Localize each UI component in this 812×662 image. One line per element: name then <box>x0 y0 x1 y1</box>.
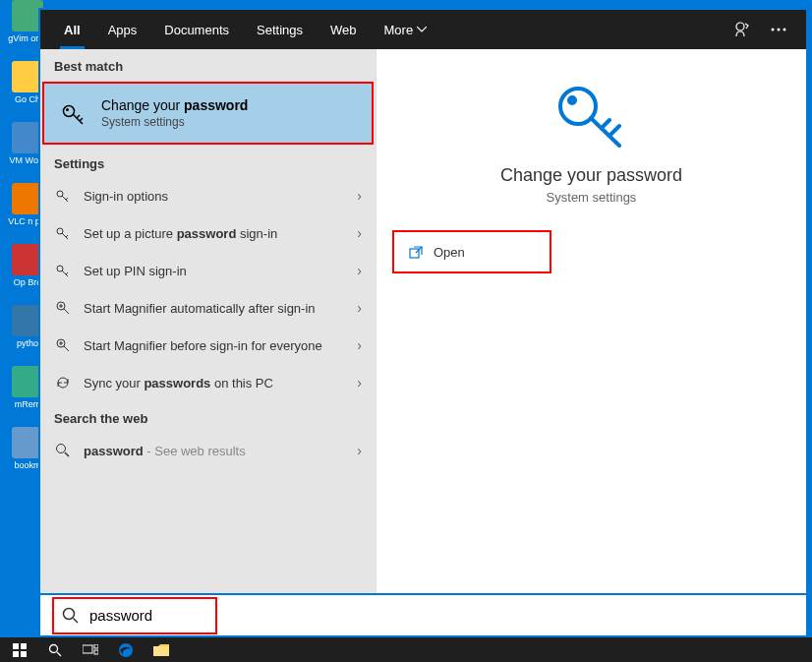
start-button[interactable] <box>2 637 37 662</box>
best-match-title: Change your password <box>101 97 248 113</box>
search-web-header: Search the web <box>40 401 376 432</box>
edge-browser-button[interactable] <box>108 637 144 662</box>
svg-rect-22 <box>94 644 98 648</box>
search-icon <box>54 442 72 459</box>
taskbar <box>0 637 812 662</box>
result-pin-signin[interactable]: Set up PIN sign-in › <box>40 252 376 289</box>
svg-point-15 <box>64 608 75 619</box>
svg-rect-19 <box>21 651 27 657</box>
svg-point-3 <box>783 29 786 31</box>
best-match-subtitle: System settings <box>101 115 248 129</box>
tab-apps[interactable]: Apps <box>94 10 151 49</box>
detail-panel: Change your password System settings Ope… <box>377 49 806 593</box>
search-input[interactable] <box>89 607 207 624</box>
chevron-right-icon: › <box>357 188 362 204</box>
settings-header: Settings <box>40 147 376 177</box>
detail-title: Change your password <box>500 165 682 186</box>
key-icon <box>545 77 639 148</box>
open-icon <box>408 244 424 260</box>
svg-rect-21 <box>83 645 92 653</box>
result-magnifier-auto[interactable]: Start Magnifier automatically after sign… <box>40 289 376 327</box>
chevron-right-icon: › <box>357 337 362 353</box>
svg-rect-16 <box>13 643 19 649</box>
tabs-bar: All Apps Documents Settings Web More <box>40 10 806 49</box>
svg-rect-23 <box>94 650 98 654</box>
tab-documents[interactable]: Documents <box>150 10 243 49</box>
magnifier-icon <box>54 299 72 317</box>
result-label: Sign-in options <box>84 189 345 204</box>
feedback-icon[interactable] <box>724 21 761 38</box>
chevron-right-icon: › <box>357 443 362 458</box>
result-label: Start Magnifier automatically after sign… <box>84 301 345 316</box>
best-match-header: Best match <box>40 49 376 80</box>
search-panel: All Apps Documents Settings Web More Bes… <box>38 8 808 637</box>
tab-all[interactable]: All <box>50 10 94 49</box>
svg-point-20 <box>50 644 58 652</box>
result-magnifier-before[interactable]: Start Magnifier before sign-in for every… <box>40 327 376 364</box>
svg-rect-17 <box>21 643 27 649</box>
open-button[interactable]: Open <box>392 230 551 273</box>
chevron-right-icon: › <box>357 300 362 316</box>
best-match-item[interactable]: Change your password System settings <box>42 82 374 145</box>
chevron-down-icon <box>417 27 427 32</box>
svg-point-5 <box>66 108 69 111</box>
chevron-right-icon: › <box>357 375 362 391</box>
tab-settings[interactable]: Settings <box>243 10 317 49</box>
result-label: Set up a picture password sign-in <box>84 226 345 241</box>
detail-subtitle: System settings <box>547 190 637 205</box>
chevron-right-icon: › <box>357 225 362 241</box>
result-label: Set up PIN sign-in <box>84 264 345 278</box>
tab-web[interactable]: Web <box>317 10 371 49</box>
result-sync-passwords[interactable]: Sync your passwords on this PC › <box>40 364 376 401</box>
search-icon <box>62 607 80 625</box>
chevron-right-icon: › <box>357 263 362 278</box>
key-icon <box>54 224 72 242</box>
svg-rect-14 <box>410 249 419 258</box>
search-box-row <box>40 593 806 635</box>
svg-rect-25 <box>153 646 169 656</box>
open-label: Open <box>434 245 465 260</box>
sync-icon <box>54 374 72 391</box>
svg-point-13 <box>567 95 577 105</box>
svg-point-0 <box>736 23 744 30</box>
tab-more[interactable]: More <box>371 10 441 49</box>
result-label: Start Magnifier before sign-in for every… <box>84 338 345 353</box>
key-icon <box>54 262 72 279</box>
svg-point-11 <box>57 445 66 453</box>
file-explorer-button[interactable] <box>144 637 179 662</box>
svg-point-1 <box>772 29 775 31</box>
key-icon <box>54 187 72 205</box>
task-view-button[interactable] <box>73 637 108 662</box>
result-web-search[interactable]: password - See web results › <box>40 432 376 469</box>
svg-rect-18 <box>13 651 19 657</box>
results-panel: Best match Change your password System s… <box>40 49 377 593</box>
result-label: Sync your passwords on this PC <box>84 376 345 391</box>
key-icon <box>60 99 87 127</box>
more-options-icon[interactable] <box>761 28 796 31</box>
result-picture-password[interactable]: Set up a picture password sign-in › <box>40 214 376 252</box>
magnifier-icon <box>54 336 72 354</box>
result-label: password - See web results <box>84 444 345 458</box>
result-signin-options[interactable]: Sign-in options › <box>40 177 376 214</box>
svg-point-2 <box>778 29 781 31</box>
search-button[interactable] <box>37 637 73 662</box>
search-body: Best match Change your password System s… <box>40 49 806 593</box>
